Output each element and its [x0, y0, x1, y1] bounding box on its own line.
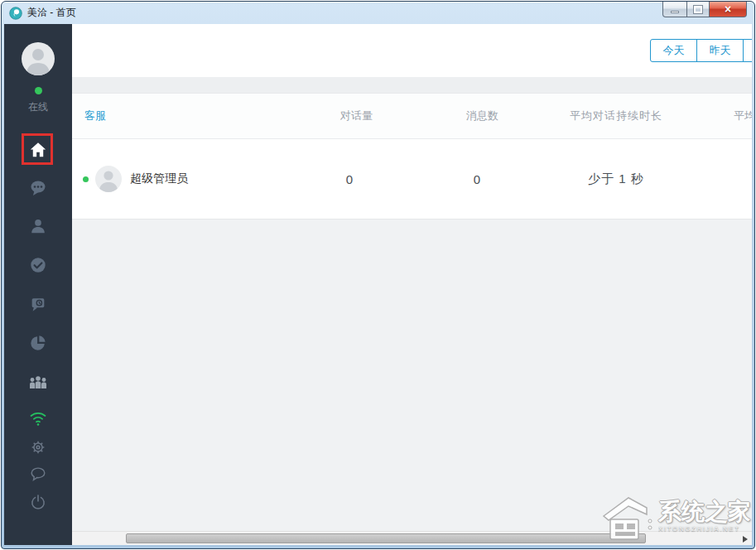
sidebar: 在线: [4, 24, 72, 545]
chat-outline-icon: [29, 465, 47, 483]
sidebar-item-connection[interactable]: [4, 409, 72, 427]
gear-icon: [29, 438, 47, 456]
user-avatar[interactable]: [4, 42, 72, 75]
sidebar-item-team[interactable]: [4, 373, 72, 393]
column-header-avg-duration[interactable]: 平均对话持续时长: [498, 109, 734, 123]
yesterday-button[interactable]: 昨天: [696, 39, 744, 62]
agent-online-dot: [83, 176, 89, 182]
agent-cell: 超级管理员: [72, 166, 337, 192]
team-icon: [27, 373, 49, 393]
column-header-dialogs[interactable]: 对话量: [337, 109, 373, 123]
horizontal-scrollbar[interactable]: [72, 531, 752, 545]
agent-name: 超级管理员: [130, 171, 188, 186]
date-filter-group: 今天 昨天: [650, 39, 752, 62]
check-circle-icon: [29, 256, 47, 274]
sidebar-item-settings[interactable]: [4, 438, 72, 456]
window-title: 美洽 - 首页: [27, 6, 76, 20]
app-logo-icon: [9, 7, 22, 20]
online-status-label: 在线: [28, 100, 48, 114]
separator-band: [72, 77, 752, 94]
messages-value: 0: [373, 172, 498, 186]
column-header-avg-partial[interactable]: 平均响: [734, 109, 752, 123]
table-row[interactable]: 超级管理员 0 0 少于 1 秒: [72, 139, 752, 220]
sidebar-item-reports[interactable]: [4, 334, 72, 352]
avatar-icon: [22, 42, 55, 75]
maximize-icon: [694, 6, 702, 13]
sidebar-item-history[interactable]: [4, 295, 72, 313]
sidebar-item-feedback[interactable]: [4, 465, 72, 483]
maximize-button[interactable]: [686, 2, 710, 17]
scroll-right-arrow-icon[interactable]: [743, 536, 748, 543]
pie-chart-icon: [29, 334, 47, 352]
date-filter-cutoff-button[interactable]: [743, 39, 752, 62]
chat-history-icon: [29, 295, 47, 313]
avatar-icon: [95, 166, 122, 192]
online-status-label-wrap: 在线: [4, 100, 72, 114]
sidebar-item-contacts[interactable]: [4, 217, 72, 235]
column-header-messages[interactable]: 消息数: [373, 109, 498, 123]
home-annotation-box: [22, 133, 53, 165]
minimize-icon: [671, 11, 679, 13]
agent-avatar: [95, 166, 122, 192]
scrollbar-thumb[interactable]: [126, 533, 646, 543]
avg-duration-value: 少于 1 秒: [498, 171, 734, 187]
wifi-icon: [28, 409, 48, 427]
chat-dots-icon: [28, 178, 48, 198]
table-header: 客服 对话量 消息数 平均对话持续时长 平均响: [72, 94, 752, 139]
empty-area: [72, 220, 752, 545]
online-status: [4, 87, 72, 94]
sidebar-item-conversations[interactable]: [4, 178, 72, 198]
sidebar-item-power[interactable]: [4, 493, 72, 511]
today-button[interactable]: 今天: [650, 39, 697, 62]
app-window: 美洽 - 首页 × 在线: [1, 1, 755, 549]
title-bar[interactable]: 美洽 - 首页 ×: [2, 2, 754, 24]
person-icon: [29, 217, 47, 235]
column-header-agent[interactable]: 客服: [72, 109, 337, 123]
close-icon: ×: [725, 3, 731, 15]
close-button[interactable]: ×: [709, 2, 747, 17]
sidebar-item-tasks[interactable]: [4, 256, 72, 274]
dialogs-value: 0: [337, 172, 373, 186]
power-icon: [29, 493, 47, 511]
main-content: 今天 昨天 客服 对话量 消息数 平均对话持续时长 平均响: [72, 24, 752, 545]
toolbar: 今天 昨天: [72, 24, 752, 77]
online-status-dot: [35, 87, 42, 94]
minimize-button[interactable]: [662, 2, 687, 17]
